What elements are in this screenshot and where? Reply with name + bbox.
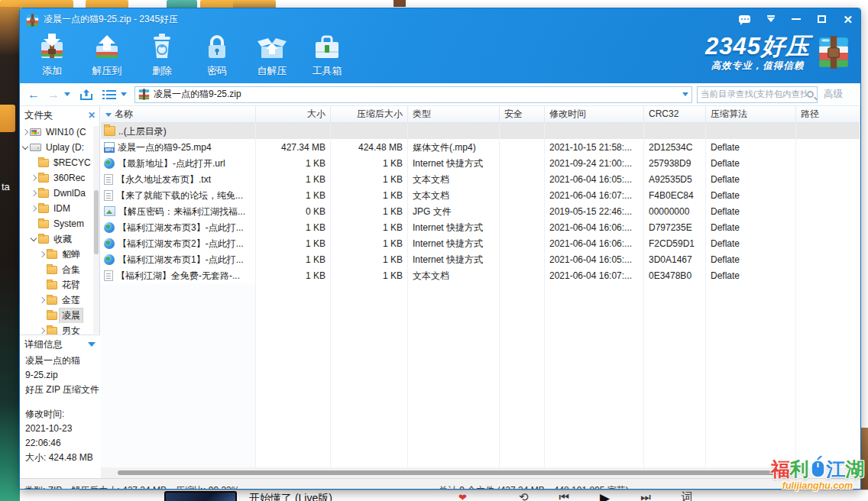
tree-item[interactable]: 貂蝉 [20, 247, 100, 262]
tree-expander-icon[interactable] [30, 174, 37, 182]
horizontal-scrollbar[interactable] [101, 467, 860, 478]
details-chevron-icon[interactable] [88, 342, 96, 351]
address-bar: ← → 凌晨一点的猫9-25.zip 当前目录查找(支持包内查找) 高级 [20, 83, 860, 106]
tree-item[interactable]: 花臂 [20, 277, 100, 293]
window-controls: ✕ [739, 8, 853, 30]
tree-expander-icon[interactable] [21, 128, 29, 136]
cell-method: Deflate [706, 267, 796, 283]
toolbar-button-lock[interactable]: 密码 [189, 31, 245, 82]
minimize-button[interactable] [792, 18, 801, 20]
file-name: 【解压密码：来福利江湖找福... [118, 204, 245, 219]
tree-expander-icon[interactable] [38, 296, 46, 304]
column-header-4[interactable]: 安全 [500, 106, 545, 123]
address-input[interactable]: 凌晨一点的猫9-25.zip [134, 86, 692, 103]
column-header-1[interactable]: 大小 [256, 106, 331, 123]
address-chevron-icon[interactable] [682, 92, 688, 99]
folder-tree: WIN10 (CUplay (D:$RECYC360RecDwnlDaIDMSy… [20, 124, 100, 335]
forward-icon[interactable]: → [47, 88, 60, 102]
next-icon[interactable]: ⏭ [640, 490, 651, 501]
search-input[interactable]: 当前目录查找(支持包内查找) [697, 86, 818, 103]
file-row[interactable]: 【来了就能下载的论坛，纯免...1 KB1 KB文本文档2021-06-04 1… [101, 187, 860, 203]
advanced-search-button[interactable]: 高级 [824, 88, 843, 101]
back-icon[interactable]: ← [28, 88, 40, 102]
file-row[interactable]: ..(上层目录) [101, 123, 860, 139]
delete-icon [145, 31, 179, 63]
file-row[interactable]: 【永久地址发布页】.txt1 KB1 KB文本文档2021-06-04 16:0… [101, 171, 860, 187]
album-art[interactable] [164, 491, 237, 501]
toolbar-button-extract[interactable]: 解压到 [79, 31, 134, 82]
cell-type: Internet 快捷方式 [408, 155, 500, 171]
tree-scrollbar-thumb[interactable] [94, 190, 99, 254]
column-header-label: 路径 [801, 108, 819, 119]
file-row[interactable]: 【福利江湖发布页3】-点此打...1 KB1 KBInternet 快捷方式20… [101, 219, 860, 235]
cell-crc: 00000000 [644, 203, 706, 219]
toolbar-button-add[interactable]: 添加 [24, 31, 79, 82]
cell-packed: 1 KB [331, 219, 408, 235]
maximize-button[interactable] [818, 15, 826, 23]
tree-item[interactable]: 收藏 [20, 231, 100, 247]
cell-path [796, 203, 860, 219]
tree-item[interactable]: IDM [20, 201, 100, 216]
column-header-label: 压缩后大小 [357, 108, 403, 119]
cell-modified: 2021-09-24 21:00:... [545, 155, 644, 171]
history-chevron-icon[interactable] [64, 92, 70, 99]
tree-item[interactable]: 合集 [20, 262, 100, 277]
tree-scrollbar[interactable] [93, 126, 99, 334]
toolbar-button-sfx[interactable]: 自解压 [245, 31, 300, 82]
previous-icon[interactable]: ⏮ [559, 490, 570, 501]
column-header-5[interactable]: 修改时间 [545, 106, 644, 123]
lyrics-icon[interactable]: 词 [682, 490, 693, 501]
file-row[interactable]: 【最新地址】-点此打开.url1 KB1 KBInternet 快捷方式2021… [101, 155, 860, 171]
export-icon[interactable] [79, 89, 93, 101]
toolbar-button-label: 解压到 [92, 64, 122, 78]
cell-method: Deflate [706, 251, 796, 267]
tree-item[interactable]: 男女 [20, 323, 100, 335]
column-header-8[interactable]: 路径 [796, 106, 860, 123]
file-row[interactable]: 【福利江湖发布页1】-点此打...1 KB1 KBInternet 快捷方式20… [101, 251, 860, 267]
search-placeholder: 当前目录查找(支持包内查找) [701, 89, 807, 100]
horizontal-scrollbar-thumb[interactable] [118, 470, 792, 475]
close-button[interactable]: ✕ [843, 14, 853, 25]
tree-expander-icon[interactable] [38, 327, 46, 335]
lock-icon [200, 31, 234, 63]
tree-item[interactable]: $RECYC [20, 155, 100, 170]
tree-item[interactable]: 金莲 [20, 293, 100, 308]
toolbar-button-delete[interactable]: 删除 [134, 31, 189, 82]
music-player-bar[interactable]: 开始懂了 (Live版) ❤ ⟲⏮▶⏭词 [79, 490, 868, 501]
close-panel-icon[interactable]: ✕ [88, 110, 96, 121]
tree-expander-icon[interactable] [30, 205, 37, 212]
tree-expander-icon[interactable] [38, 250, 46, 258]
loop-icon[interactable]: ⟲ [519, 490, 529, 501]
cell-packed: 1 KB [331, 187, 408, 203]
tree-item[interactable]: 360Rec [20, 170, 100, 186]
view-mode-chevron-icon[interactable] [121, 92, 127, 99]
tree-item[interactable]: 凌晨 [20, 308, 100, 323]
toolbar-button-toolbox[interactable]: 工具箱 [300, 31, 355, 82]
column-header-7[interactable]: 压缩算法 [706, 106, 796, 123]
file-row[interactable]: 【福利江湖发布页2】-点此打...1 KB1 KBInternet 快捷方式20… [101, 235, 860, 251]
feedback-icon[interactable] [739, 15, 750, 23]
cell-packed [331, 123, 408, 139]
tree-item[interactable]: WIN10 (C [20, 124, 100, 140]
tree-item[interactable]: System [20, 216, 100, 231]
file-row[interactable]: 【福利江湖】全免费-无套路-...1 KB1 KB文本文档2021-06-04 … [101, 267, 860, 283]
file-row[interactable]: 凌晨一点的猫9-25.mp4427.34 MB424.48 MB媒体文件(.mp… [101, 139, 860, 155]
tree-item[interactable]: Uplay (D: [20, 140, 100, 155]
view-mode-icon[interactable] [102, 89, 116, 101]
watermark-char: 湖 [846, 458, 865, 480]
play-icon[interactable]: ▶ [600, 490, 610, 501]
tree-expander-icon[interactable] [21, 144, 29, 151]
details-panel: 详细信息 凌晨一点的猫9-25.zip好压 ZIP 压缩文件修改时间:2021-… [20, 335, 100, 467]
favorite-heart-icon[interactable]: ❤ [458, 492, 467, 501]
column-header-6[interactable]: CRC32 [644, 106, 706, 123]
tree-item[interactable]: DwnlDa [20, 186, 100, 201]
column-header-3[interactable]: 类型 [408, 106, 500, 123]
column-header-2[interactable]: 压缩后大小 [331, 106, 408, 123]
column-header-name[interactable]: 名称 [101, 106, 256, 123]
menu-chevron-icon[interactable] [767, 18, 775, 26]
tree-expander-icon[interactable] [30, 189, 37, 197]
titlebar[interactable]: 凌晨一点的猫9-25.zip - 2345好压 ✕ [20, 8, 860, 30]
tree-expander-icon[interactable] [30, 235, 37, 243]
file-row[interactable]: 【解压密码：来福利江湖找福...0 KB1 KBJPG 文件2019-05-15… [101, 203, 860, 219]
search-icon[interactable] [807, 91, 814, 98]
